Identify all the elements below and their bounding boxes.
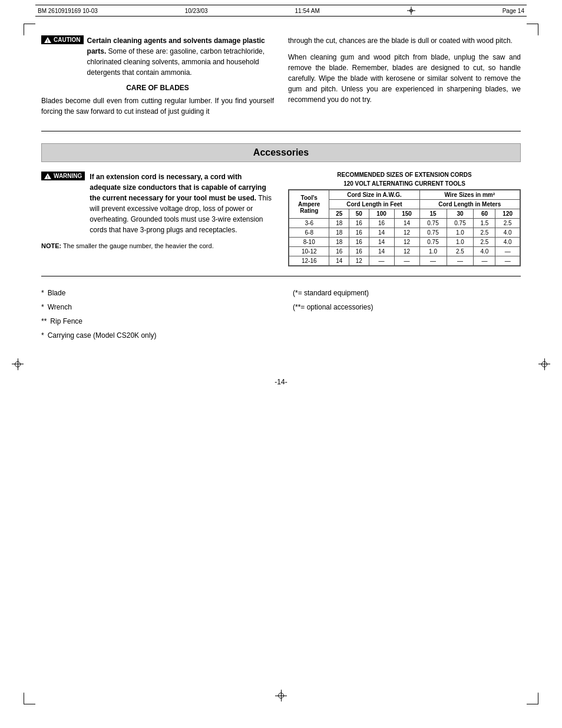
th-cord-meters: Cord Length in Meters — [419, 200, 520, 209]
ext-table-title1: RECOMMENDED SIZES OF EXTENSION CORDS — [288, 172, 521, 178]
warning-triangle: ! — [44, 173, 51, 179]
care-blades-heading: CARE OF BLADES — [41, 84, 274, 92]
note-text: NOTE: The smaller the gauge number, the … — [41, 241, 274, 251]
th-cord-awg: Cord Size in A.W.G. — [329, 190, 419, 200]
list-item-blade: * Blade — [41, 286, 269, 300]
accessories-section: ! WARNING If an extension cord is necess… — [41, 172, 521, 266]
caution-block: ! CAUTION Certain cleaning agents and so… — [41, 35, 274, 78]
th-50: 50 — [349, 209, 369, 219]
list-text-wrench: Wrench — [48, 300, 72, 314]
acc-warning-col: ! WARNING If an extension cord is necess… — [41, 172, 274, 266]
page-content: ! CAUTION Certain cleaning agents and so… — [0, 0, 562, 421]
list-marker-blade: * — [41, 286, 44, 300]
caution-body: Some of these are: gasoline, carbon tetr… — [87, 47, 265, 77]
accessories-title: Accessories — [253, 147, 309, 157]
table-row: 6-8 18161412 0.751.02.54.0 — [289, 228, 520, 238]
list-text-blade: Blade — [48, 286, 66, 300]
note-body: The smaller the gauge number, the heavie… — [63, 242, 214, 249]
acc-table-col: RECOMMENDED SIZES OF EXTENSION CORDS 120… — [288, 172, 521, 266]
cell-range: 12-16 — [289, 256, 329, 266]
table-body: 3-6 18161614 0.750.751.52.5 6-8 18161412… — [289, 219, 520, 266]
cell-range: 6-8 — [289, 228, 329, 238]
divider-1 — [41, 131, 521, 131]
ext-table-title2: 120 VOLT ALTERNATING CURRENT TOOLS — [288, 180, 521, 187]
acc-list-section: * Blade * Wrench ** Rip Fence * Carrying… — [41, 286, 521, 342]
table-row: 12-16 1412—— ———— — [289, 256, 520, 266]
acc-list-right: (*= standard equipment) (**= optional ac… — [293, 286, 521, 342]
table-row: 10-12 16161412 1.02.54.0— — [289, 247, 520, 256]
caution-triangle: ! — [44, 37, 51, 43]
care-blades-text-left: Blades become dull even from cutting reg… — [41, 95, 274, 117]
caution-badge: ! CAUTION — [41, 35, 84, 44]
acc-list-left: * Blade * Wrench ** Rip Fence * Carrying… — [41, 286, 269, 342]
th-15: 15 — [419, 209, 447, 219]
warning-label: WARNING — [54, 173, 82, 179]
top-right: through the cut, chances are the blade i… — [288, 35, 521, 121]
th-60: 60 — [474, 209, 495, 219]
list-item-carrying-case: * Carrying case (Model CS20K only) — [41, 328, 269, 342]
ext-table: Tool'sAmpereRating Cord Size in A.W.G. W… — [289, 190, 520, 266]
warning-block: ! WARNING If an extension cord is necess… — [41, 172, 274, 235]
caution-label: CAUTION — [54, 37, 81, 43]
list-text-carrying-case: Carrying case (Model CS20K only) — [48, 328, 157, 342]
care-blades-para2: When cleaning gum and wood pitch from bl… — [288, 52, 521, 105]
th-120: 120 — [495, 209, 520, 219]
list-item-rip-fence: ** Rip Fence — [41, 314, 269, 328]
list-text-rip-fence: Rip Fence — [50, 314, 82, 328]
divider-2 — [41, 276, 521, 276]
corner-mark-br — [527, 693, 538, 704]
legend-optional: (**= optional accessories) — [293, 300, 521, 314]
warning-bold: If an extension cord is necessary, a cor… — [90, 173, 266, 202]
th-wire-mm2: Wire Sizes in mm² — [419, 190, 520, 200]
corner-mark-bl — [24, 693, 35, 704]
cell-range: 8-10 — [289, 238, 329, 247]
page-number: -14- — [41, 378, 521, 386]
cell-range: 3-6 — [289, 219, 329, 228]
list-marker-rip-fence: ** — [41, 314, 47, 328]
care-blades-text-right: through the cut, chances are the blade i… — [288, 35, 521, 46]
th-cord-feet: Cord Length in Feet — [329, 200, 419, 209]
th-tools-ampere: Tool'sAmpereRating — [289, 190, 329, 219]
caution-text: Certain cleaning agents and solvents dam… — [87, 35, 274, 78]
ext-table-wrapper: Tool'sAmpereRating Cord Size in A.W.G. W… — [288, 189, 521, 266]
list-marker-wrench: * — [41, 300, 44, 314]
th-100: 100 — [369, 209, 394, 219]
warning-badge: ! WARNING — [41, 172, 85, 180]
cell-range: 10-12 — [289, 247, 329, 256]
th-25: 25 — [329, 209, 349, 219]
care-of-blades: CARE OF BLADES Blades become dull even f… — [41, 84, 274, 117]
table-header-row-1: Tool'sAmpereRating Cord Size in A.W.G. W… — [289, 190, 520, 200]
list-marker-carrying-case: * — [41, 328, 44, 342]
top-section: ! CAUTION Certain cleaning agents and so… — [41, 35, 521, 121]
th-150: 150 — [394, 209, 419, 219]
table-row: 8-10 18161412 0.751.02.54.0 — [289, 238, 520, 247]
note-label: NOTE: — [41, 242, 61, 249]
legend-standard: (*= standard equipment) — [293, 286, 521, 300]
th-30: 30 — [447, 209, 474, 219]
top-left: ! CAUTION Certain cleaning agents and so… — [41, 35, 274, 121]
warning-text: If an extension cord is necessary, a cor… — [90, 172, 274, 235]
list-item-wrench: * Wrench — [41, 300, 269, 314]
table-row: 3-6 18161614 0.750.751.52.5 — [289, 219, 520, 228]
accessories-header: Accessories — [41, 143, 521, 162]
